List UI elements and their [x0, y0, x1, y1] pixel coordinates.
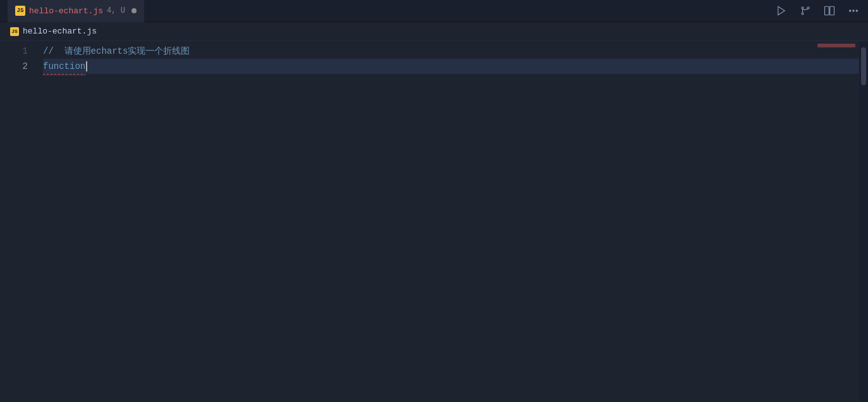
scrollbar-track[interactable] — [859, 41, 868, 402]
breadcrumb-bar: JS hello-echart.js — [0, 22, 868, 41]
tab-badge: 4, U — [107, 6, 125, 15]
more-options-button[interactable] — [847, 4, 860, 18]
more-icon — [848, 5, 859, 16]
split-icon — [824, 5, 835, 16]
js-file-icon: JS — [15, 6, 25, 16]
split-editor-button[interactable] — [822, 4, 836, 18]
svg-point-3 — [807, 7, 809, 9]
svg-point-9 — [856, 10, 857, 11]
run-button[interactable] — [774, 4, 788, 18]
code-line-1-content: // 请使用echarts实现一个折线图 — [43, 44, 190, 59]
tab-unsaved-dot — [131, 8, 137, 13]
code-area[interactable]: // 请使用echarts实现一个折线图 function — [38, 41, 859, 402]
file-tab[interactable]: JS hello-echart.js 4, U — [8, 0, 144, 22]
svg-rect-5 — [825, 6, 829, 15]
line-number-1: 1 — [0, 44, 28, 59]
scrollbar-thumb[interactable] — [861, 47, 866, 85]
svg-point-2 — [802, 13, 804, 15]
line-number-2: 2 — [0, 59, 28, 74]
svg-point-1 — [802, 7, 804, 9]
svg-point-7 — [850, 10, 851, 11]
run-icon — [776, 5, 787, 16]
branch-icon — [800, 5, 811, 16]
source-control-button[interactable] — [798, 4, 812, 18]
breadcrumb-filename: hello-echart.js — [23, 27, 97, 36]
text-cursor — [86, 61, 87, 71]
code-line-1: // 请使用echarts实现一个折线图 — [43, 44, 859, 59]
svg-point-8 — [853, 10, 854, 11]
code-line-2-keyword: function — [43, 59, 85, 74]
title-bar-left: JS hello-echart.js 4, U — [8, 0, 144, 22]
editor-container: 1 2 // 请使用echarts实现一个折线图 function — [0, 41, 868, 402]
tab-filename: hello-echart.js — [29, 6, 103, 16]
breadcrumb-js-icon: JS — [10, 27, 19, 36]
svg-marker-0 — [778, 6, 785, 15]
svg-rect-6 — [830, 6, 834, 15]
title-bar: JS hello-echart.js 4, U — [0, 0, 868, 22]
title-bar-right — [774, 4, 860, 18]
code-line-2: function — [43, 59, 859, 74]
line-numbers: 1 2 — [0, 41, 38, 402]
